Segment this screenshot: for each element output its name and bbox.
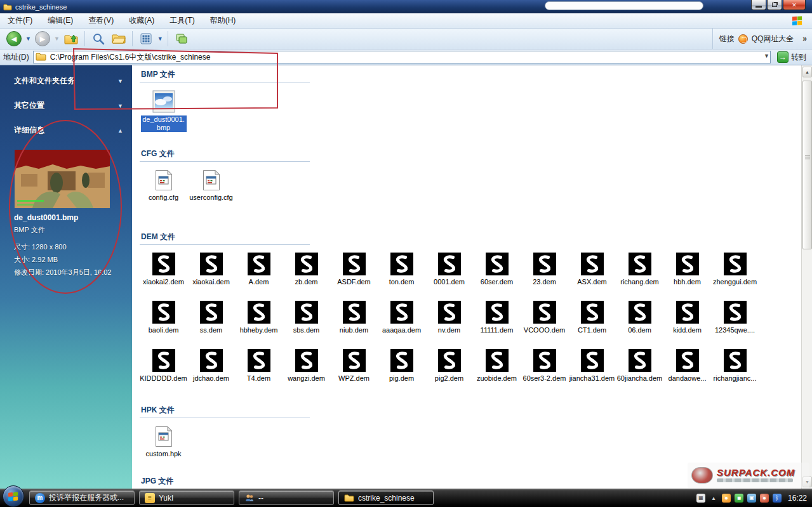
- file-item-dem[interactable]: ASDF.dem: [330, 253, 378, 301]
- keyboard-icon[interactable]: ▦: [696, 494, 705, 503]
- file-item-dem[interactable]: wangzi.dem: [283, 349, 330, 397]
- go-button[interactable]: → 转到: [775, 50, 809, 64]
- file-item-dem[interactable]: baoli.dem: [140, 301, 187, 349]
- up-button[interactable]: [62, 30, 81, 48]
- start-button[interactable]: [3, 485, 24, 507]
- file-item-dem[interactable]: 60ser3-2.dem: [521, 349, 568, 397]
- sidebar-section-details[interactable]: 详细信息 ▲: [14, 125, 123, 136]
- menu-item[interactable]: 收藏(A): [121, 13, 162, 28]
- chevron-up-icon[interactable]: ▲: [117, 128, 123, 134]
- file-item-dem[interactable]: zb.dem: [283, 253, 330, 301]
- file-item-dem[interactable]: WPZ.dem: [330, 349, 378, 397]
- folders-button[interactable]: [109, 30, 128, 48]
- close-button[interactable]: ✕: [783, 0, 806, 10]
- file-item-dem[interactable]: jdchao.dem: [187, 349, 235, 397]
- titlebar-search-box[interactable]: [545, 1, 703, 10]
- menu-item[interactable]: 帮助(H): [203, 13, 244, 28]
- links-overflow-chevron[interactable]: »: [802, 34, 807, 43]
- file-label: pig2.dem: [435, 374, 463, 383]
- file-item-dem[interactable]: 60ser.dem: [473, 253, 521, 301]
- file-item-dem[interactable]: ASX.dem: [568, 253, 616, 301]
- links-item-qq[interactable]: QQ网址大全: [752, 34, 794, 44]
- scrollbar-thumb[interactable]: [802, 81, 812, 249]
- sk-demo-file-icon: [152, 301, 175, 324]
- bluetooth-icon[interactable]: ᛒ: [773, 494, 782, 503]
- taskbar-button-cstrike-schinese[interactable]: cstrike_schinese: [338, 491, 434, 505]
- sk-demo-file-icon: [533, 253, 556, 275]
- security-icon[interactable]: ●: [760, 494, 769, 503]
- menu-item[interactable]: 文件(F): [0, 13, 40, 28]
- views-dropdown[interactable]: ▼: [157, 36, 163, 42]
- file-item-dem[interactable]: zhenggui.dem: [711, 253, 759, 301]
- im-icon[interactable]: ■: [735, 494, 743, 503]
- search-icon: [92, 32, 105, 45]
- forward-dropdown[interactable]: ▼: [54, 36, 60, 42]
- menu-item[interactable]: 工具(T): [162, 13, 202, 28]
- file-item-dem[interactable]: xiaokai2.dem: [140, 253, 187, 301]
- address-input[interactable]: [33, 51, 771, 63]
- file-item-de-dust0001-bmp-selected[interactable]: de_dust0001.bmp: [140, 90, 187, 132]
- forward-button[interactable]: ▶: [33, 30, 52, 48]
- file-item-dem[interactable]: sbs.dem: [283, 301, 330, 349]
- file-label: dandaowe...: [669, 374, 707, 383]
- clock[interactable]: 16:22: [788, 494, 807, 503]
- chevron-down-icon[interactable]: ▼: [117, 78, 123, 84]
- file-item-dem[interactable]: niub.dem: [330, 301, 378, 349]
- file-item-dem[interactable]: 06.dem: [616, 301, 663, 349]
- file-label: nv.dem: [438, 326, 460, 334]
- file-item-dem[interactable]: A.dem: [235, 253, 283, 301]
- chevron-down-icon[interactable]: ▼: [117, 103, 123, 109]
- back-dropdown[interactable]: ▼: [25, 36, 31, 42]
- search-button[interactable]: [89, 30, 108, 48]
- file-item-dem[interactable]: nv.dem: [425, 301, 473, 349]
- file-item-dem[interactable]: aaaqaa.dem: [378, 301, 425, 349]
- file-item-dem[interactable]: CT1.dem: [568, 301, 616, 349]
- restore-button[interactable]: [767, 0, 782, 10]
- taskbar-button-report[interactable]: m 投诉举报在服务器或...: [29, 491, 135, 505]
- file-item-dem[interactable]: richangjianc...: [711, 349, 759, 397]
- file-item-dem[interactable]: ton.dem: [378, 253, 425, 301]
- views-button[interactable]: [136, 30, 156, 48]
- file-item-dem[interactable]: 0001.dem: [425, 253, 473, 301]
- scroll-up-button[interactable]: ▲: [802, 67, 812, 77]
- minimize-button[interactable]: [751, 0, 766, 10]
- file-item-dem[interactable]: pig2.dem: [425, 349, 473, 397]
- menu-item[interactable]: 查看(V): [81, 13, 121, 28]
- file-item-dem[interactable]: pig.dem: [378, 349, 425, 397]
- file-item-dem[interactable]: jiancha31.dem: [568, 349, 616, 397]
- taskbar-button-yuki[interactable]: ≡ YukI: [139, 491, 234, 505]
- file-item-dem[interactable]: KIDDDDD.dem: [140, 349, 187, 397]
- file-item-dem[interactable]: xiaokai.dem: [187, 253, 235, 301]
- file-item-dem[interactable]: richang.dem: [616, 253, 663, 301]
- taskbar-button-im[interactable]: --: [239, 491, 334, 505]
- file-item-dem[interactable]: 60jiancha.dem: [616, 349, 663, 397]
- network-icon[interactable]: ▣: [747, 494, 756, 503]
- file-item-dem[interactable]: ss.dem: [187, 301, 235, 349]
- contacts-icon: [244, 493, 255, 503]
- file-item-dem[interactable]: dandaowe...: [663, 349, 711, 397]
- menu-item[interactable]: 编辑(E): [40, 13, 81, 28]
- sidebar-section-other-places[interactable]: 其它位置 ▼: [14, 100, 123, 111]
- qq-icon[interactable]: ●: [722, 494, 731, 503]
- file-item-dem[interactable]: hbh.dem: [663, 253, 711, 301]
- address-dropdown-arrow[interactable]: ▼: [764, 53, 769, 59]
- file-item-cfg[interactable]: config.cfg: [140, 169, 187, 211]
- file-item-dem[interactable]: 12345qwe....: [711, 301, 759, 349]
- watermark-text: SURPACK.COM: [717, 468, 795, 477]
- file-item-dem[interactable]: kidd.dem: [663, 301, 711, 349]
- file-item-hpk[interactable]: custom.hpk: [140, 426, 187, 458]
- file-item-dem[interactable]: VCOOO.dem: [521, 301, 568, 349]
- folder-sync-button[interactable]: [172, 30, 191, 48]
- hidden-icons-button[interactable]: ▴: [709, 494, 718, 503]
- vertical-scrollbar[interactable]: ▲ ▼: [801, 65, 812, 489]
- file-item-dem[interactable]: 11111.dem: [473, 301, 521, 349]
- file-item-dem[interactable]: 23.dem: [521, 253, 568, 301]
- file-item-dem[interactable]: hbheby.dem: [235, 301, 283, 349]
- section-label: 详细信息: [14, 125, 44, 136]
- back-button[interactable]: ◀: [4, 30, 23, 48]
- sidebar-section-file-tasks[interactable]: 文件和文件夹任务 ▼: [14, 76, 123, 86]
- file-item-dem[interactable]: T4.dem: [235, 349, 283, 397]
- file-item-dem[interactable]: zuobide.dem: [473, 349, 521, 397]
- file-item-cfg[interactable]: userconfig.cfg: [187, 169, 235, 211]
- qq-globe-icon: [738, 34, 748, 44]
